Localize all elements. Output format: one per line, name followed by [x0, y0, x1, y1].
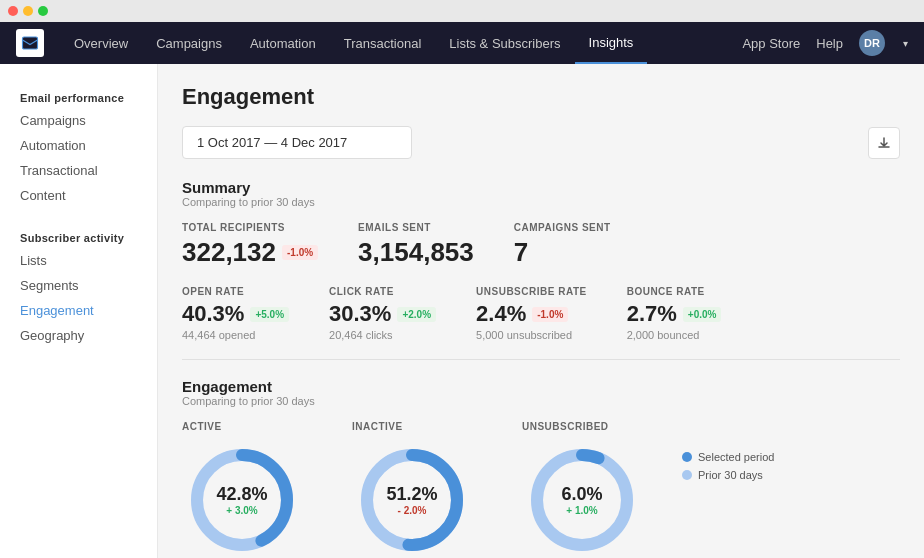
nav-insights[interactable]: Insights — [575, 22, 648, 64]
titlebar — [0, 0, 924, 22]
stat-emails-sent-label: EMAILS SENT — [358, 222, 474, 233]
donut-active: ACTIVE 42.8% + 3.0% — [182, 421, 302, 558]
legend-dot-prior — [682, 470, 692, 480]
stat-click-rate-badge: +2.0% — [397, 307, 436, 322]
sidebar-item-lists[interactable]: Lists — [0, 248, 157, 273]
rates-stats-row: OPEN RATE 40.3% +5.0% 44,464 opened CLIC… — [182, 286, 900, 341]
sidebar-item-engagement[interactable]: Engagement — [0, 298, 157, 323]
stat-bounce-rate-label: BOUNCE RATE — [627, 286, 722, 297]
stat-bounce-rate-value: 2.7% +0.0% — [627, 301, 722, 327]
donut-row: ACTIVE 42.8% + 3.0% INACTIVE — [182, 421, 900, 558]
maximize-dot[interactable] — [38, 6, 48, 16]
stat-unsubscribe-rate-badge: -1.0% — [532, 307, 568, 322]
sidebar-item-automation[interactable]: Automation — [0, 133, 157, 158]
stat-total-recipients-label: TOTAL RECIPIENTS — [182, 222, 318, 233]
date-range-picker[interactable]: 1 Oct 2017 — 4 Dec 2017 — [182, 126, 412, 159]
summary-title: Summary — [182, 179, 900, 196]
minimize-dot[interactable] — [23, 6, 33, 16]
date-range-row: 1 Oct 2017 — 4 Dec 2017 — [182, 126, 900, 159]
engagement-subtitle: Comparing to prior 30 days — [182, 395, 900, 407]
stat-bounce-rate: BOUNCE RATE 2.7% +0.0% 2,000 bounced — [627, 286, 722, 341]
stat-click-rate: CLICK RATE 30.3% +2.0% 20,464 clicks — [329, 286, 436, 341]
donut-unsubscribed-chart: 6.0% + 1.0% — [522, 440, 642, 558]
sidebar-item-segments[interactable]: Segments — [0, 273, 157, 298]
nav-overview[interactable]: Overview — [60, 22, 142, 64]
sidebar-item-content[interactable]: Content — [0, 183, 157, 208]
donut-inactive: INACTIVE 51.2% - 2.0% — [352, 421, 472, 558]
donut-inactive-pct: 51.2% — [386, 484, 437, 505]
email-perf-heading: Email performance — [0, 84, 157, 108]
legend-prior-period: Prior 30 days — [682, 469, 774, 481]
nav-transactional[interactable]: Transactional — [330, 22, 436, 64]
nav-automation[interactable]: Automation — [236, 22, 330, 64]
donut-legend: Selected period Prior 30 days — [682, 451, 774, 481]
donut-unsubscribed-pct: 6.0% — [561, 484, 602, 505]
nav-links: Overview Campaigns Automation Transactio… — [60, 22, 742, 64]
stat-open-rate: OPEN RATE 40.3% +5.0% 44,464 opened — [182, 286, 289, 341]
stat-emails-sent-value: 3,154,853 — [358, 237, 474, 268]
stat-total-recipients-badge: -1.0% — [282, 245, 318, 260]
sidebar: Email performance Campaigns Automation T… — [0, 64, 158, 558]
nav-right: App Store Help DR ▾ — [742, 30, 908, 56]
stat-emails-sent: EMAILS SENT 3,154,853 — [358, 222, 474, 268]
nav-lists-subscribers[interactable]: Lists & Subscribers — [435, 22, 574, 64]
donut-unsubscribed-change: + 1.0% — [561, 505, 602, 516]
stat-campaigns-sent-label: CAMPAIGNS SENT — [514, 222, 611, 233]
legend-selected-label: Selected period — [698, 451, 774, 463]
app-logo[interactable] — [16, 29, 44, 57]
donut-inactive-center: 51.2% - 2.0% — [386, 484, 437, 516]
donut-active-change: + 3.0% — [216, 505, 267, 516]
donut-active-pct: 42.8% — [216, 484, 267, 505]
section-divider — [182, 359, 900, 360]
main-layout: Email performance Campaigns Automation T… — [0, 64, 924, 558]
download-button[interactable] — [868, 127, 900, 159]
stat-unsubscribe-rate: UNSUBSCRIBE RATE 2.4% -1.0% 5,000 unsubs… — [476, 286, 587, 341]
stat-open-rate-badge: +5.0% — [250, 307, 289, 322]
top-nav: Overview Campaigns Automation Transactio… — [0, 22, 924, 64]
stat-open-rate-value: 40.3% +5.0% — [182, 301, 289, 327]
stat-unsubscribe-rate-sub: 5,000 unsubscribed — [476, 329, 587, 341]
donut-active-label: ACTIVE — [182, 421, 222, 432]
stat-total-recipients: TOTAL RECIPIENTS 322,132 -1.0% — [182, 222, 318, 268]
stat-campaigns-sent-value: 7 — [514, 237, 611, 268]
legend-selected-period: Selected period — [682, 451, 774, 463]
user-menu-caret[interactable]: ▾ — [903, 38, 908, 49]
donut-unsubscribed-label: UNSUBSCRIBED — [522, 421, 609, 432]
stat-total-recipients-value: 322,132 -1.0% — [182, 237, 318, 268]
stat-click-rate-label: CLICK RATE — [329, 286, 436, 297]
stat-unsubscribe-rate-label: UNSUBSCRIBE RATE — [476, 286, 587, 297]
donut-inactive-label: INACTIVE — [352, 421, 403, 432]
sidebar-item-transactional[interactable]: Transactional — [0, 158, 157, 183]
nav-campaigns[interactable]: Campaigns — [142, 22, 236, 64]
page-title: Engagement — [182, 84, 900, 110]
stat-bounce-rate-badge: +0.0% — [683, 307, 722, 322]
stat-bounce-rate-sub: 2,000 bounced — [627, 329, 722, 341]
close-dot[interactable] — [8, 6, 18, 16]
app-store-link[interactable]: App Store — [742, 36, 800, 51]
summary-subtitle: Comparing to prior 30 days — [182, 196, 900, 208]
user-avatar[interactable]: DR — [859, 30, 885, 56]
stat-click-rate-sub: 20,464 clicks — [329, 329, 436, 341]
stat-campaigns-sent: CAMPAIGNS SENT 7 — [514, 222, 611, 268]
svg-rect-0 — [23, 37, 38, 49]
engagement-title: Engagement — [182, 378, 900, 395]
donut-active-center: 42.8% + 3.0% — [216, 484, 267, 516]
donut-inactive-change: - 2.0% — [386, 505, 437, 516]
window-controls — [8, 6, 48, 16]
subscriber-activity-heading: Subscriber activity — [0, 224, 157, 248]
help-link[interactable]: Help — [816, 36, 843, 51]
legend-prior-label: Prior 30 days — [698, 469, 763, 481]
stat-click-rate-value: 30.3% +2.0% — [329, 301, 436, 327]
summary-stats-row: TOTAL RECIPIENTS 322,132 -1.0% EMAILS SE… — [182, 222, 900, 268]
stat-open-rate-label: OPEN RATE — [182, 286, 289, 297]
donut-unsubscribed: UNSUBSCRIBED 6.0% + 1.0% — [522, 421, 642, 558]
donut-inactive-chart: 51.2% - 2.0% — [352, 440, 472, 558]
main-content: Engagement 1 Oct 2017 — 4 Dec 2017 Summa… — [158, 64, 924, 558]
stat-unsubscribe-rate-value: 2.4% -1.0% — [476, 301, 587, 327]
donut-active-chart: 42.8% + 3.0% — [182, 440, 302, 558]
legend-dot-selected — [682, 452, 692, 462]
sidebar-item-campaigns[interactable]: Campaigns — [0, 108, 157, 133]
donut-unsubscribed-center: 6.0% + 1.0% — [561, 484, 602, 516]
stat-open-rate-sub: 44,464 opened — [182, 329, 289, 341]
sidebar-item-geography[interactable]: Geography — [0, 323, 157, 348]
